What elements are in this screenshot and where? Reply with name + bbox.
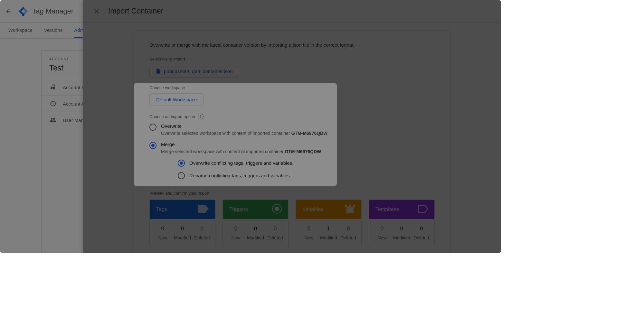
preview-card-header: Triggers bbox=[223, 200, 288, 219]
stat-modified-value: 0 bbox=[392, 226, 412, 232]
sub-radio-control[interactable] bbox=[178, 172, 185, 179]
stat-new-label: New bbox=[372, 235, 392, 240]
radio-overwrite-desc: Overwrite selected workspace with conten… bbox=[161, 131, 435, 136]
stat-new-value: 0 bbox=[226, 226, 246, 232]
close-button[interactable] bbox=[91, 5, 102, 17]
stat-modified-label: Modified bbox=[319, 235, 338, 240]
preview-stats: 0New 0Modified 0Deleted bbox=[223, 219, 288, 247]
stat-modified-label: Modified bbox=[392, 235, 412, 240]
radio-overwrite-control[interactable] bbox=[149, 124, 156, 131]
preview-stats: 0New 1Modified 0Deleted bbox=[296, 219, 361, 247]
intro-text: Overwrite or merge with the latest conta… bbox=[149, 42, 435, 48]
help-icon[interactable]: ? bbox=[198, 114, 204, 119]
stat-new-label: New bbox=[299, 235, 319, 240]
preview-card-tags: Tags 0New 0Modified 0Deleted bbox=[149, 200, 215, 247]
stat-deleted-value: 0 bbox=[192, 226, 212, 232]
import-panel: Import Container Overwrite or merge with… bbox=[83, 0, 501, 253]
radio-merge-control[interactable] bbox=[149, 142, 156, 149]
form-card: Overwrite or merge with the latest conta… bbox=[134, 30, 450, 253]
stat-modified-label: Modified bbox=[173, 235, 192, 240]
preview-card-templates: Templates 0New 0Modified 0Deleted bbox=[369, 200, 435, 247]
stat-deleted-label: Deleted bbox=[412, 235, 431, 240]
preview-card-header: Tags bbox=[150, 200, 215, 219]
tags-icon bbox=[198, 205, 209, 214]
stat-new-value: 0 bbox=[372, 226, 392, 232]
radio-overwrite[interactable]: Overwrite Overwrite selected workspace w… bbox=[149, 123, 435, 136]
stat-modified-value: 1 bbox=[319, 226, 338, 232]
stat-deleted-label: Deleted bbox=[338, 235, 358, 240]
preview-card-title: Templates bbox=[375, 207, 399, 212]
radio-overwrite-title: Overwrite bbox=[161, 123, 435, 129]
variables-icon bbox=[345, 205, 355, 214]
stat-new-value: 0 bbox=[153, 226, 173, 232]
radio-merge[interactable]: Merge Merge selected workspace with cont… bbox=[149, 142, 435, 184]
preview-card-header: Variables bbox=[296, 200, 361, 219]
stat-modified-value: 0 bbox=[246, 226, 265, 232]
choose-workspace-label: Choose workspace bbox=[149, 85, 435, 90]
preview-stats: 0New 0Modified 0Deleted bbox=[150, 219, 215, 247]
sub-radio-overwrite-conflicting[interactable]: Overwrite conflicting tags, triggers and… bbox=[178, 159, 435, 167]
stat-new-label: New bbox=[226, 235, 246, 240]
stat-modified-label: Modified bbox=[246, 235, 265, 240]
radio-merge-desc: Merge selected workspace with content of… bbox=[161, 149, 435, 154]
templates-icon bbox=[418, 205, 428, 214]
preview-card-title: Tags bbox=[156, 207, 167, 212]
stat-deleted-label: Deleted bbox=[265, 235, 285, 240]
select-file-label: Select file to import bbox=[149, 57, 435, 61]
file-chip[interactable]: popupsmart_ga4_container.json bbox=[149, 65, 239, 78]
preview-label: Preview and confirm your import bbox=[149, 191, 435, 196]
sub-radio-label: Rename conflicting tags, triggers and va… bbox=[189, 173, 291, 178]
triggers-icon bbox=[272, 204, 282, 215]
stat-new-value: 0 bbox=[299, 226, 319, 232]
file-name: popupsmart_ga4_container.json bbox=[164, 69, 233, 74]
preview-card-header: Templates bbox=[369, 200, 434, 219]
preview-card-variables: Variables 0New 1Modified 0Deleted bbox=[296, 200, 362, 247]
close-icon bbox=[93, 8, 100, 15]
svg-point-2 bbox=[275, 207, 279, 211]
stat-new-label: New bbox=[153, 235, 173, 240]
stat-deleted-value: 0 bbox=[338, 226, 358, 232]
stat-deleted-value: 0 bbox=[265, 226, 285, 232]
preview-row: Tags 0New 0Modified 0Deleted Triggers 0N… bbox=[149, 200, 435, 247]
preview-stats: 0New 0Modified 0Deleted bbox=[369, 219, 434, 247]
stat-deleted-value: 0 bbox=[412, 226, 431, 232]
preview-card-triggers: Triggers 0New 0Modified 0Deleted bbox=[223, 200, 289, 247]
workspace-button[interactable]: Default Workspace bbox=[149, 93, 204, 106]
radio-merge-title: Merge bbox=[161, 142, 435, 147]
choose-option-label: Choose an import option bbox=[149, 114, 195, 119]
stat-deleted-label: Deleted bbox=[192, 235, 212, 240]
sub-radio-control[interactable] bbox=[178, 160, 185, 167]
stat-modified-value: 0 bbox=[173, 226, 192, 232]
preview-card-title: Triggers bbox=[229, 207, 248, 212]
file-icon bbox=[156, 68, 161, 74]
sub-radio-rename-conflicting[interactable]: Rename conflicting tags, triggers and va… bbox=[178, 172, 435, 179]
panel-title: Import Container bbox=[108, 7, 163, 15]
preview-card-title: Variables bbox=[302, 207, 324, 212]
sub-radio-label: Overwrite conflicting tags, triggers and… bbox=[189, 160, 293, 166]
